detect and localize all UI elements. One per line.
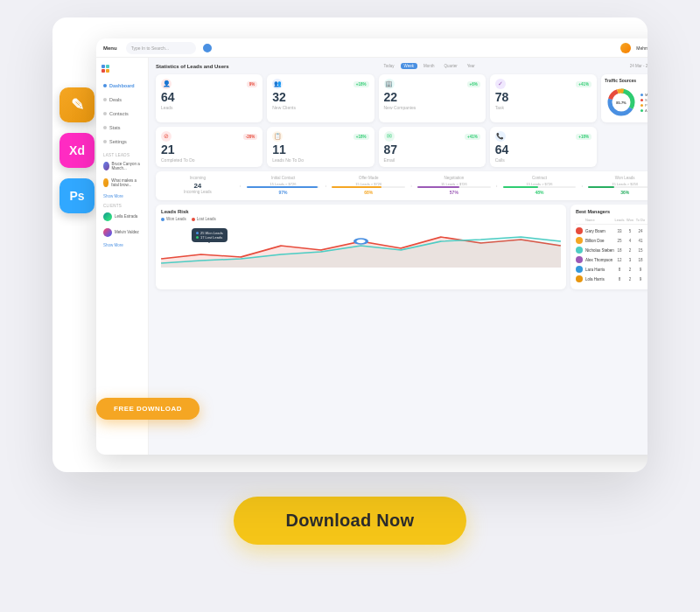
companies-badge: +6% [467,81,480,87]
main-container: ✎ Xd Ps Menu Type In to Search... Mehmed… [0,0,700,612]
manager-row-2: Billion Doe 25 4 41 $467 [576,237,648,244]
manager-row-5: Lara Harris 8 2 9 $465 [576,266,648,273]
legend-lost: Lost Leads [192,217,216,221]
calls-value: 64 [495,143,592,156]
sidebar-client-1[interactable]: Leila Estrada [100,210,144,224]
completed-value: 21 [161,143,257,156]
stat-cards-row2: ⊘ -26% 21 Completed To Do 📋 +18% 11 [156,127,648,167]
filter-week[interactable]: Week [401,63,417,69]
leads-value: 64 [161,91,257,103]
manager-row-1: Gary Boam 33 5 24 $364 [576,227,648,234]
spacer-right [601,127,648,167]
new-clients-value: 32 [272,91,368,103]
stat-card-new-clients: 👥 +18% 32 New Clients [267,74,374,122]
task-value: 78 [495,91,592,103]
email-value: 87 [384,143,480,156]
manager-row-6: Lola Harris 8 2 9 $465 [576,275,648,282]
tools-column: ✎ Xd Ps [52,87,102,213]
menu-label: Menu [103,45,117,51]
col-sale: Sale [646,218,648,222]
calls-badge: +18% [576,134,592,140]
arrow-4: › [494,183,500,188]
leads-no-todo-badge: +18% [354,134,369,140]
filter-year[interactable]: Year [464,63,479,69]
xd-icon: Xd [60,133,94,168]
show-more-clients[interactable]: Show More [100,241,144,249]
traffic-sources-card: Traffic Sources [601,74,648,122]
calls-label: Calls [495,157,592,163]
sidebar-item-dashboard[interactable]: Dashboard [100,80,144,92]
chart-title: Leads Risk [161,209,561,214]
filter-quarter[interactable]: Quarter [441,63,461,69]
email-badge: +41% [465,134,480,140]
col-won: Won [625,218,635,222]
sidebar-section-clients: Clients [100,200,144,210]
arrow-1: › [238,183,243,188]
managers-title: Best Managers [576,209,648,214]
leads-chart-card: Leads Risk Won Leads Lost Leads [156,205,566,289]
email-label: Email [384,157,480,163]
stat-card-completed: ⊘ -26% 21 Completed To Do [156,127,262,167]
arrow-2: › [323,183,328,188]
filter-today[interactable]: Today [381,63,398,69]
sidebar-item-contacts[interactable]: Contacts [100,108,144,120]
date-range: 24 Mar - 23 Apr 2019 [630,64,648,68]
leads-no-todo-label: Leads No To Do [272,157,368,163]
companies-icon: 🏢 [384,79,395,89]
sidebar-lead-2[interactable]: What makes a fatal brow... [100,176,144,191]
pipeline-stage-won: Won Leads 15 Leads > $250 36% [588,176,648,196]
col-leads: Leads [614,218,625,222]
pipeline-stage-contract: Contract 15 Leads > $726 48% [503,176,577,196]
stat-card-leads: 👤 9% 64 Leads [156,74,262,122]
manager-row-4: Alex Thompson 12 3 18 $467 [576,256,648,263]
app-sidebar: Dashboard Deals Contacts Stats [96,58,149,455]
task-label: Task [495,105,592,110]
sidebar-item-stats[interactable]: Stats [100,122,144,134]
companies-value: 22 [384,91,480,103]
col-todo: To Do [635,218,646,222]
app-topbar: Menu Type In to Search... Mehmed Yogan [96,38,648,58]
leads-no-todo-value: 11 [272,143,368,156]
legend-mail: Mail 45.7% [640,93,648,97]
legend-site: Site 14.9% [640,98,648,102]
stats-filters: Today Week Month Quarter Year [381,63,479,69]
download-now-button[interactable]: Download Now [234,497,467,545]
user-avatar-topbar [620,43,631,53]
pipeline-stage-negotiation: Negotiation 15 Leads > $726 57% [417,176,491,196]
bottom-section: Leads Risk Won Leads Lost Leads [156,205,648,289]
traffic-legend: Mail 45.7% Site 14.9% Phone 9% [640,93,648,113]
stats-header: Statistics of Leads and Users Today Week… [156,63,648,69]
sidebar-section-leads: Last Leads [100,150,144,159]
sketch-icon: ✎ [60,87,94,122]
svg-point-6 [355,239,368,244]
managers-card: Best Managers Name Leads Won To Do Sale [570,205,648,289]
traffic-content: 85.7% Mail 45.7% Site 14.9% [605,86,648,119]
search-bar[interactable]: Type In to Search... [126,42,196,54]
stat-cards-row1: 👤 9% 64 Leads 👥 +18% 32 [156,74,648,122]
pipeline-stage-incoming: Incoming 24 Incoming Leads [161,176,234,196]
sidebar-lead-1[interactable]: Bruce Canyon a Manch... [100,159,144,174]
show-more-leads[interactable]: Show More [100,192,144,200]
sidebar-item-deals[interactable]: Deals [100,94,144,106]
table-header: Name Leads Won To Do Sale [576,218,648,225]
sidebar-client-2[interactable]: Melvin Valdez [100,226,144,240]
chart-legend: Won Leads Lost Leads [161,217,561,221]
new-clients-badge: +18% [354,81,369,87]
free-download-button[interactable]: FREE DOWNLOAD [96,398,200,420]
leads-icon: 👤 [161,79,172,89]
sidebar-item-settings[interactable]: Settings [100,136,144,148]
app-body: Dashboard Deals Contacts Stats [96,58,648,455]
stat-card-email: ✉ +41% 87 Email [379,127,486,167]
traffic-title: Traffic Sources [605,78,648,83]
manager-row-3: Nicholas Steben 18 2 15 $410 [576,247,648,254]
calls-icon: 📞 [495,131,506,142]
filter-month[interactable]: Month [420,63,438,69]
sidebar-logo [100,65,144,73]
arrow-5: › [579,183,584,188]
stats-title: Statistics of Leads and Users [156,64,229,69]
arrow-3: › [409,183,414,188]
traffic-donut-chart: 85.7% [605,86,638,119]
new-clients-label: New Clients [272,105,368,110]
leads-chart-svg-container: 25 Won Leads 17 Lost Leads [161,224,561,268]
completed-icon: ⊘ [161,131,172,142]
